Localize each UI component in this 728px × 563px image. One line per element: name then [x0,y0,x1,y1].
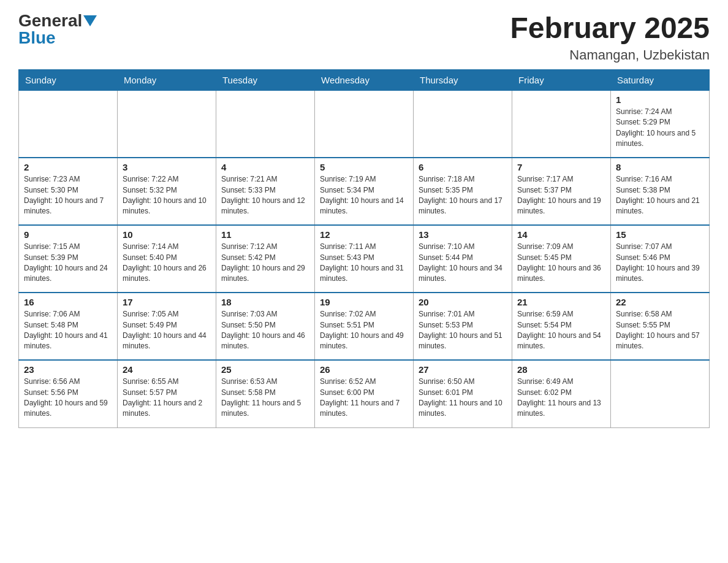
calendar-cell: 14Sunrise: 7:09 AMSunset: 5:45 PMDayligh… [512,225,611,293]
day-number: 9 [24,229,112,240]
day-number: 13 [419,229,507,240]
day-number: 22 [616,297,704,307]
day-number: 18 [221,297,309,307]
calendar-cell [315,90,414,158]
day-info: Sunrise: 7:22 AMSunset: 5:32 PMDaylight:… [123,174,211,217]
day-number: 5 [320,162,408,172]
day-number: 1 [616,94,704,105]
calendar-cell: 4Sunrise: 7:21 AMSunset: 5:33 PMDaylight… [216,158,315,225]
calendar-header-row: SundayMondayTuesdayWednesdayThursdayFrid… [19,69,710,90]
day-number: 2 [24,162,112,172]
logo-arrow-icon [83,15,97,26]
day-number: 12 [320,229,408,240]
day-info: Sunrise: 7:12 AMSunset: 5:42 PMDaylight:… [221,242,309,285]
calendar-cell: 20Sunrise: 7:01 AMSunset: 5:53 PMDayligh… [414,293,512,360]
day-info: Sunrise: 6:56 AMSunset: 5:56 PMDaylight:… [24,377,112,419]
day-number: 4 [221,162,309,172]
calendar-cell: 11Sunrise: 7:12 AMSunset: 5:42 PMDayligh… [216,225,315,293]
day-info: Sunrise: 7:16 AMSunset: 5:38 PMDaylight:… [616,174,704,217]
day-info: Sunrise: 7:06 AMSunset: 5:48 PMDaylight:… [24,309,112,352]
day-number: 19 [320,297,408,307]
day-info: Sunrise: 7:05 AMSunset: 5:49 PMDaylight:… [123,309,211,352]
day-info: Sunrise: 7:17 AMSunset: 5:37 PMDaylight:… [517,174,605,217]
day-number: 14 [517,229,605,240]
day-number: 15 [616,229,704,240]
calendar-cell: 7Sunrise: 7:17 AMSunset: 5:37 PMDaylight… [512,158,611,225]
day-number: 20 [419,297,507,307]
day-number: 8 [616,162,704,172]
day-number: 6 [419,162,507,172]
calendar-week-row: 16Sunrise: 7:06 AMSunset: 5:48 PMDayligh… [19,293,710,360]
day-info: Sunrise: 7:10 AMSunset: 5:44 PMDaylight:… [419,242,507,285]
logo: General Blue [18,12,97,47]
logo-general: General [18,12,82,29]
calendar-cell [216,90,315,158]
calendar-cell: 2Sunrise: 7:23 AMSunset: 5:30 PMDaylight… [19,158,118,225]
calendar-cell: 21Sunrise: 6:59 AMSunset: 5:54 PMDayligh… [512,293,611,360]
location: Namangan, Uzbekistan [510,47,710,63]
calendar-week-row: 9Sunrise: 7:15 AMSunset: 5:39 PMDaylight… [19,225,710,293]
month-title: February 2025 [510,12,710,45]
calendar-cell: 12Sunrise: 7:11 AMSunset: 5:43 PMDayligh… [315,225,414,293]
col-header-sunday: Sunday [19,69,118,90]
calendar-cell: 3Sunrise: 7:22 AMSunset: 5:32 PMDaylight… [118,158,216,225]
day-info: Sunrise: 7:01 AMSunset: 5:53 PMDaylight:… [419,309,507,352]
day-number: 3 [123,162,211,172]
day-info: Sunrise: 6:52 AMSunset: 6:00 PMDaylight:… [320,377,408,419]
day-number: 23 [24,364,112,375]
calendar-cell: 22Sunrise: 6:58 AMSunset: 5:55 PMDayligh… [611,293,710,360]
calendar-cell [611,360,710,427]
calendar-cell: 27Sunrise: 6:50 AMSunset: 6:01 PMDayligh… [414,360,512,427]
calendar-week-row: 23Sunrise: 6:56 AMSunset: 5:56 PMDayligh… [19,360,710,427]
calendar-cell: 15Sunrise: 7:07 AMSunset: 5:46 PMDayligh… [611,225,710,293]
day-info: Sunrise: 7:11 AMSunset: 5:43 PMDaylight:… [320,242,408,285]
calendar-cell [118,90,216,158]
calendar-week-row: 1Sunrise: 7:24 AMSunset: 5:29 PMDaylight… [19,90,710,158]
calendar-cell [414,90,512,158]
day-info: Sunrise: 6:58 AMSunset: 5:55 PMDaylight:… [616,309,704,352]
day-info: Sunrise: 6:49 AMSunset: 6:02 PMDaylight:… [517,377,605,419]
day-info: Sunrise: 6:50 AMSunset: 6:01 PMDaylight:… [419,377,507,419]
calendar-cell: 17Sunrise: 7:05 AMSunset: 5:49 PMDayligh… [118,293,216,360]
calendar-cell: 5Sunrise: 7:19 AMSunset: 5:34 PMDaylight… [315,158,414,225]
day-number: 28 [517,364,605,375]
col-header-saturday: Saturday [611,69,710,90]
day-info: Sunrise: 6:53 AMSunset: 5:58 PMDaylight:… [221,377,309,419]
col-header-monday: Monday [118,69,216,90]
svg-marker-0 [83,15,97,26]
col-header-friday: Friday [512,69,611,90]
day-info: Sunrise: 7:24 AMSunset: 5:29 PMDaylight:… [616,107,704,150]
day-number: 26 [320,364,408,375]
calendar-cell: 18Sunrise: 7:03 AMSunset: 5:50 PMDayligh… [216,293,315,360]
day-number: 27 [419,364,507,375]
calendar-cell: 23Sunrise: 6:56 AMSunset: 5:56 PMDayligh… [19,360,118,427]
day-number: 24 [123,364,211,375]
day-info: Sunrise: 7:15 AMSunset: 5:39 PMDaylight:… [24,242,112,285]
day-info: Sunrise: 7:14 AMSunset: 5:40 PMDaylight:… [123,242,211,285]
col-header-thursday: Thursday [414,69,512,90]
day-info: Sunrise: 7:03 AMSunset: 5:50 PMDaylight:… [221,309,309,352]
day-info: Sunrise: 7:19 AMSunset: 5:34 PMDaylight:… [320,174,408,217]
calendar-cell [512,90,611,158]
day-number: 10 [123,229,211,240]
calendar-cell: 19Sunrise: 7:02 AMSunset: 5:51 PMDayligh… [315,293,414,360]
calendar-cell: 9Sunrise: 7:15 AMSunset: 5:39 PMDaylight… [19,225,118,293]
day-info: Sunrise: 7:21 AMSunset: 5:33 PMDaylight:… [221,174,309,217]
day-info: Sunrise: 6:55 AMSunset: 5:57 PMDaylight:… [123,377,211,419]
logo-blue: Blue [18,28,56,47]
day-number: 7 [517,162,605,172]
calendar-cell [19,90,118,158]
title-block: February 2025 Namangan, Uzbekistan [510,12,710,63]
col-header-wednesday: Wednesday [315,69,414,90]
day-info: Sunrise: 6:59 AMSunset: 5:54 PMDaylight:… [517,309,605,352]
calendar-cell: 1Sunrise: 7:24 AMSunset: 5:29 PMDaylight… [611,90,710,158]
day-number: 11 [221,229,309,240]
day-info: Sunrise: 7:02 AMSunset: 5:51 PMDaylight:… [320,309,408,352]
day-info: Sunrise: 7:18 AMSunset: 5:35 PMDaylight:… [419,174,507,217]
calendar-cell: 28Sunrise: 6:49 AMSunset: 6:02 PMDayligh… [512,360,611,427]
calendar-week-row: 2Sunrise: 7:23 AMSunset: 5:30 PMDaylight… [19,158,710,225]
page-header: General Blue February 2025 Namangan, Uzb… [18,12,710,63]
calendar-cell: 13Sunrise: 7:10 AMSunset: 5:44 PMDayligh… [414,225,512,293]
day-number: 21 [517,297,605,307]
calendar-cell: 16Sunrise: 7:06 AMSunset: 5:48 PMDayligh… [19,293,118,360]
